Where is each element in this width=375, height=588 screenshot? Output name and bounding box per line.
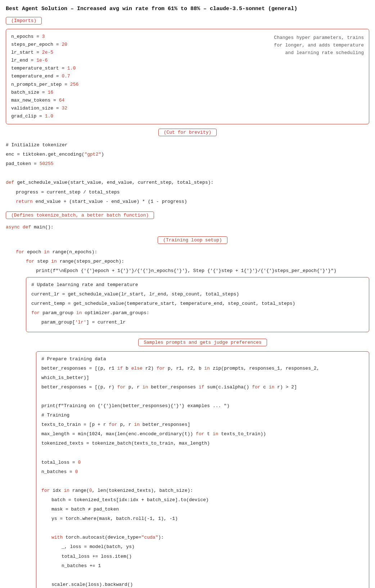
code-line: return end_value + (start_value - end_va…: [16, 198, 369, 206]
code-line: # Prepare training data: [41, 355, 364, 363]
code-line: for idx in range(0, len(tokenized_texts)…: [41, 487, 364, 495]
code-line: ys = torch.where(mask, batch.roll(-1, 1)…: [51, 515, 364, 523]
code-line: for param_group in optimizer.param_group…: [31, 309, 364, 317]
code-line: better_responses = [(p, r) for p, r in b…: [41, 383, 364, 391]
lr-temp-block: # Update learning rate and temperature c…: [26, 277, 369, 332]
training-block: # Prepare training data better_responses…: [36, 351, 369, 588]
code-line: n_batches = 0: [41, 468, 364, 476]
config-annotation: Changes hyper parameters, trainsfor long…: [274, 34, 364, 57]
code-line: grad_clip = 1.0: [11, 112, 364, 120]
training-loop-label[interactable]: (Training loop setup): [158, 236, 227, 244]
code-line: n_prompts_per_step = 256: [11, 81, 364, 89]
code-line: enc = tiktoken.get_encoding("gpt2"): [6, 151, 369, 159]
code-line: n_batches += 1: [62, 562, 364, 570]
code-line: current_temp = get_schedule_value(temper…: [31, 300, 364, 308]
code-line: [41, 524, 364, 532]
code-line: batch = tokenized_texts[idx:idx + batch_…: [51, 496, 364, 504]
code-line: total_loss = 0: [41, 459, 364, 467]
code-line: texts_to_train = [p + r for p, r in bett…: [41, 421, 364, 429]
async-line: async def main():: [6, 223, 369, 231]
code-line: temperature_start = 1.0: [11, 64, 364, 72]
code-line: lr_end = 1e-6: [11, 57, 364, 64]
code-line: print(f"Training on {'{'}len(better_resp…: [41, 402, 364, 410]
code-line: # Training: [41, 411, 364, 419]
code-line: total_loss += loss.item(): [62, 553, 364, 561]
code-line: validation_size = 32: [11, 104, 364, 112]
code-line: max_new_tokens = 64: [11, 97, 364, 104]
config-block: Changes hyper parameters, trainsfor long…: [6, 29, 369, 124]
code-line: [41, 449, 364, 457]
code-line: for step in range(steps_per_epoch):: [26, 258, 369, 266]
code-line: def get_schedule_value(start_value, end_…: [6, 179, 369, 187]
code-line: with torch.autocast(device_type="cuda"):: [51, 534, 364, 542]
code-line: [6, 169, 369, 177]
code-line: # Update learning rate and temperature: [31, 281, 364, 289]
defines-label[interactable]: (Defines tokenize_batch, a better batch …: [6, 211, 154, 219]
code-line: _, loss = model(batch, ys): [62, 543, 364, 551]
page-title: Best Agent Solution – Increased avg win …: [6, 6, 369, 12]
code-line: scaler.scale(loss).backward(): [51, 581, 364, 588]
code-line: [41, 571, 364, 579]
code-line: param_group['lr'] = current_lr: [41, 318, 364, 326]
for-loop-section: for epoch in range(n_epochs): for step i…: [6, 248, 369, 275]
code-line: mask = batch ≠ pad_token: [51, 505, 364, 513]
code-line: batch_size = 16: [11, 89, 364, 97]
code-line: for epoch in range(n_epochs):: [16, 248, 369, 256]
code-line: pad_token = 50255: [6, 160, 369, 168]
code-line: [41, 477, 364, 485]
code-line: print(f"\nEpoch {'{'}epoch + 1{'}'}/{'{'…: [36, 267, 369, 275]
code-line: # Initialize tokenizer: [6, 141, 369, 149]
code-line: better_responses = [(p, r1 if b else r2)…: [41, 365, 364, 373]
imports-label[interactable]: (Imports): [6, 17, 42, 24]
cut-label[interactable]: (Cut for brevity): [158, 129, 217, 136]
code-line: current_lr = get_schedule_value(lr_start…: [31, 290, 364, 298]
code-line: temperature_end = 0.7: [11, 72, 364, 80]
code-line: progress = current_step / total_steps: [16, 188, 369, 196]
code-line: max_length = min(1024, max(len(enc.encod…: [41, 430, 364, 438]
samples-label[interactable]: Samples prompts and gets judge preferenc…: [138, 339, 267, 346]
code-line: tokenized_texts = tokenize_batch(texts_t…: [41, 440, 364, 447]
code-line: which_is_better)]: [41, 374, 364, 382]
tokenizer-section: # Initialize tokenizer enc = tiktoken.ge…: [6, 141, 369, 206]
code-line: [41, 393, 364, 401]
